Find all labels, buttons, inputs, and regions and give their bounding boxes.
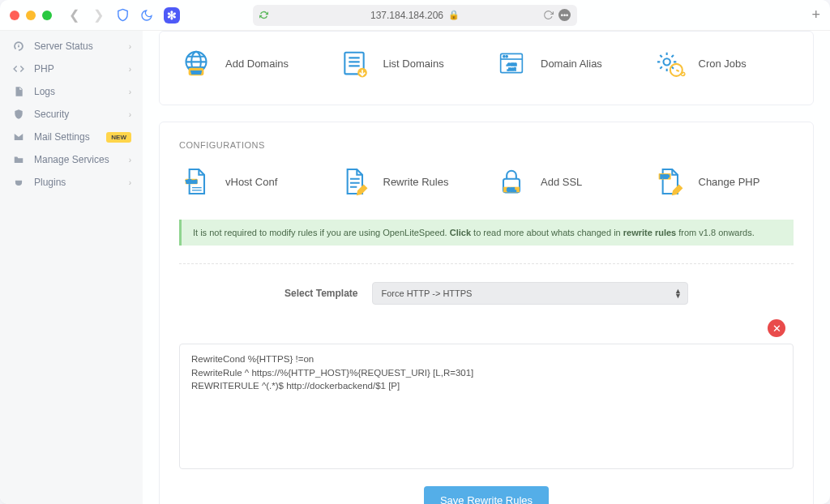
svg-point-12: [670, 64, 682, 76]
svg-text:vHost: vHost: [186, 180, 197, 184]
sidebar-item-manage-services[interactable]: Manage Services ›: [0, 148, 143, 171]
tile-list-domains[interactable]: List Domains: [337, 46, 479, 80]
lock-icon: 🔒: [448, 10, 460, 20]
close-window-icon[interactable]: [10, 11, 19, 20]
template-selected: Force HTTP -> HTTPS: [381, 288, 472, 298]
more-icon[interactable]: •••: [558, 9, 571, 21]
tile-label: Domain Alias: [541, 58, 602, 70]
chevron-right-icon: ›: [129, 65, 131, 74]
sidebar-label: Plugins: [34, 177, 66, 188]
sidebar-label: Server Status: [34, 41, 93, 52]
new-tab-button[interactable]: +: [811, 6, 820, 23]
configurations-card: CONFIGURATIONS vHost vHost Conf Rewrite …: [159, 122, 814, 504]
clock-gear-icon: [652, 46, 687, 80]
domains-card: www Add Domains List Domains .com.net: [159, 31, 814, 105]
svg-text:PHP: PHP: [661, 174, 670, 179]
save-rewrite-rules-button[interactable]: Save Rewrite Rules: [424, 486, 549, 504]
domain-alias-icon: .com.net: [494, 46, 528, 80]
sidebar-item-server-status[interactable]: Server Status ›: [0, 35, 143, 58]
shield-browser-icon[interactable]: [115, 8, 130, 23]
sidebar-item-mail-settings[interactable]: Mail Settings NEW: [0, 126, 143, 148]
config-heading: CONFIGURATIONS: [179, 140, 794, 150]
tile-add-domains[interactable]: www Add Domains: [179, 46, 321, 80]
select-arrows-icon: ▲▼: [674, 288, 682, 298]
tile-domain-alias[interactable]: .com.net Domain Alias: [494, 46, 636, 80]
dashboard-icon: [11, 41, 26, 52]
url-text: 137.184.184.206: [370, 10, 443, 21]
globe-www-icon: www: [179, 46, 213, 80]
tile-change-php[interactable]: PHP Change PHP: [652, 164, 794, 199]
sidebar-item-logs[interactable]: Logs ›: [0, 80, 143, 103]
list-domains-icon: [337, 46, 371, 80]
plug-icon: [11, 177, 26, 188]
rewrite-rules-textarea[interactable]: [179, 344, 794, 469]
file-icon: [11, 86, 26, 97]
vhost-icon: vHost: [179, 164, 213, 199]
svg-point-11: [663, 58, 670, 65]
svg-text:.net: .net: [507, 66, 516, 71]
sync-icon: [259, 11, 268, 19]
svg-text:SSL: SSL: [507, 187, 516, 192]
svg-text:www: www: [190, 70, 201, 75]
mail-icon: [11, 131, 26, 143]
rewrite-icon: [337, 164, 371, 199]
tile-label: Cron Jobs: [699, 58, 747, 70]
chevron-right-icon: ›: [129, 42, 131, 51]
sidebar-label: Security: [34, 109, 69, 120]
code-icon: [11, 63, 26, 75]
sidebar-item-plugins[interactable]: Plugins ›: [0, 171, 143, 194]
sidebar: Server Status › PHP › Logs › Security › …: [0, 31, 143, 504]
tile-rewrite-rules[interactable]: Rewrite Rules: [337, 164, 479, 199]
maximize-window-icon[interactable]: [42, 11, 52, 20]
tile-label: Change PHP: [699, 176, 760, 188]
tile-label: vHost Conf: [225, 176, 277, 188]
sidebar-item-php[interactable]: PHP ›: [0, 58, 143, 80]
sidebar-label: PHP: [34, 63, 54, 75]
folder-icon: [11, 154, 26, 165]
extension-icon[interactable]: ✻: [164, 7, 180, 23]
ssl-icon: SSL: [494, 164, 528, 199]
new-badge: NEW: [106, 132, 131, 143]
traffic-lights: [10, 11, 52, 20]
banner-click-link[interactable]: Click: [450, 228, 471, 237]
reload-icon[interactable]: [543, 10, 554, 20]
template-select[interactable]: Force HTTP -> HTTPS ▲▼: [372, 282, 688, 305]
tile-cron-jobs[interactable]: Cron Jobs: [652, 46, 794, 80]
sidebar-label: Mail Settings: [34, 131, 90, 143]
tile-add-ssl[interactable]: SSL Add SSL: [494, 164, 636, 199]
chevron-right-icon: ›: [129, 88, 131, 96]
svg-point-7: [503, 56, 505, 58]
svg-point-8: [506, 56, 507, 58]
shield-icon: [11, 109, 26, 120]
divider: [179, 263, 794, 264]
chevron-right-icon: ›: [129, 156, 131, 164]
tile-label: List Domains: [383, 58, 444, 70]
sidebar-label: Manage Services: [34, 154, 109, 165]
template-label: Select Template: [285, 288, 357, 299]
chevron-right-icon: ›: [129, 178, 131, 187]
svg-text:.com: .com: [507, 62, 517, 66]
tile-label: Add Domains: [225, 58, 289, 70]
titlebar: ❮ ❯ ✻ 137.184.184.206 🔒 ••• +: [0, 0, 830, 31]
sidebar-label: Logs: [34, 86, 55, 97]
tile-label: Add SSL: [541, 176, 582, 188]
moon-icon[interactable]: [139, 8, 154, 23]
back-icon[interactable]: ❮: [66, 8, 81, 23]
url-bar[interactable]: 137.184.184.206 🔒 •••: [253, 5, 577, 26]
tile-label: Rewrite Rules: [383, 176, 449, 188]
php-change-icon: PHP: [652, 164, 687, 199]
close-button[interactable]: ✕: [768, 319, 785, 337]
chevron-right-icon: ›: [129, 110, 131, 119]
tile-vhost-conf[interactable]: vHost vHost Conf: [179, 164, 321, 199]
info-banner: It is not required to modify rules if yo…: [179, 220, 794, 246]
sidebar-item-security[interactable]: Security ›: [0, 103, 143, 126]
forward-icon[interactable]: ❯: [91, 8, 105, 23]
minimize-window-icon[interactable]: [26, 11, 36, 20]
main-content: www Add Domains List Domains .com.net: [143, 31, 830, 504]
